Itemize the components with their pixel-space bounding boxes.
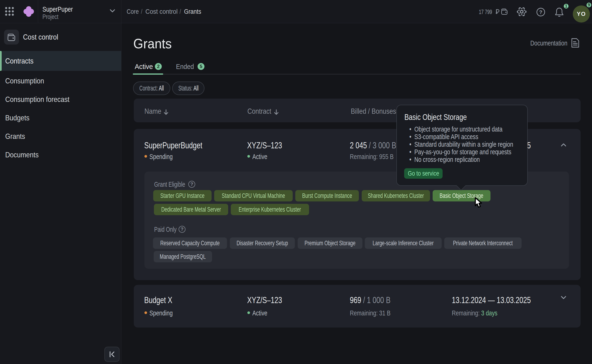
- svg-text:?: ?: [539, 9, 542, 15]
